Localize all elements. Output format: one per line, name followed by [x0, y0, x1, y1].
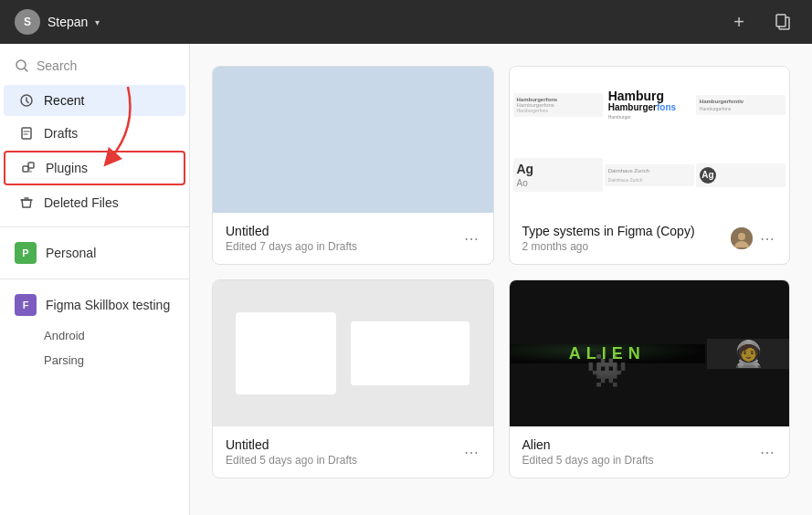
deleted-icon [18, 194, 35, 211]
avatar: S [15, 9, 40, 35]
alien-title: ALIEN [569, 344, 646, 363]
file-name-3: Untitled [226, 437, 460, 452]
search-label: Search [37, 58, 77, 73]
file-info-1: Untitled Edited 7 days ago in Drafts ⋯ [213, 213, 493, 264]
file-card-1[interactable]: San Francisco San Francisco Untitled Edi… [212, 66, 494, 265]
type-panel-2: Hamburg Hamburgerfons Hamburger [605, 86, 694, 123]
file-date-3: Edited 5 days ago in Drafts [226, 454, 460, 467]
chevron-down-icon: ▾ [95, 17, 100, 27]
sidebar-sub-parsing[interactable]: Parsing [0, 348, 189, 373]
blank-rect-1 [236, 312, 336, 394]
file-actions-2: ⋯ [731, 227, 778, 249]
personal-avatar: P [15, 242, 37, 264]
file-info-4: Alien Edited 5 days ago in Drafts ⋯ [510, 426, 790, 478]
sidebar-item-plugins-label: Plugins [46, 161, 88, 175]
file-thumbnail-4: 👾 ALIEN 🧑‍🚀 [510, 280, 790, 426]
type-panel-1: Hamburgerfons Hamburgerfons Hamburgerfon… [513, 93, 603, 117]
sidebar: Search Recent Drafts [0, 44, 190, 515]
svg-rect-5 [28, 163, 34, 168]
file-meta-3: Untitled Edited 5 days ago in Drafts [226, 437, 460, 467]
android-label: Android [44, 329, 85, 342]
content-area: San Francisco San Francisco Untitled Edi… [190, 44, 812, 515]
file-info-3: Untitled Edited 5 days ago in Drafts ⋯ [213, 426, 493, 478]
file-more-button-2[interactable]: ⋯ [756, 227, 778, 249]
alien-side-panel: 🧑‍🚀 [707, 339, 789, 369]
file-info-2: Type systems in Figma (Copy) 2 months ag… [510, 213, 790, 264]
file-thumbnail-2: Hamburgerfons Hamburgerfons Hamburgerfon… [510, 67, 790, 213]
file-name-1: Untitled [226, 224, 460, 238]
file-date-4: Edited 5 days ago in Drafts [522, 454, 757, 467]
type-panel-6: Ag [696, 163, 786, 187]
file-date-2: 2 months ago [522, 240, 732, 253]
svg-rect-4 [23, 166, 28, 172]
file-owner-avatar-2 [731, 227, 753, 249]
sidebar-item-deleted-label: Deleted Files [44, 195, 119, 210]
sidebar-item-plugins[interactable]: Plugins [4, 151, 185, 185]
alien-main-panel: 👾 ALIEN [510, 344, 706, 363]
plugins-icon [20, 160, 37, 176]
sidebar-item-deleted[interactable]: Deleted Files [4, 187, 185, 218]
search-bar[interactable]: Search [0, 51, 189, 80]
file-name-2: Type systems in Figma (Copy) [522, 224, 732, 238]
file-more-button-1[interactable]: ⋯ [460, 227, 482, 249]
file-card-4[interactable]: 👾 ALIEN 🧑‍🚀 Alien Edited 5 days ago in D… [509, 279, 791, 478]
import-button[interactable] [768, 7, 797, 37]
main-layout: Search Recent Drafts [0, 44, 812, 515]
sidebar-item-recent-label: Recent [44, 93, 84, 108]
file-actions-4: ⋯ [756, 441, 778, 463]
drafts-icon [18, 125, 35, 142]
file-card-2[interactable]: Hamburgerfons Hamburgerfons Hamburgerfon… [509, 66, 791, 265]
svg-rect-3 [22, 128, 31, 139]
file-more-button-3[interactable]: ⋯ [460, 441, 482, 463]
file-card-3[interactable]: Untitled Edited 5 days ago in Drafts ⋯ [212, 279, 494, 478]
sidebar-sub-android[interactable]: Android [0, 323, 189, 348]
blank-rect-2 [351, 321, 469, 385]
sidebar-divider-2 [0, 279, 189, 279]
type-panel-5: Daimhaus Zurich Daimhaus Zurich [605, 164, 694, 186]
team-avatar: F [15, 294, 37, 316]
user-menu[interactable]: S Stepan ▾ [15, 9, 100, 35]
astronaut-icon: 🧑‍🚀 [733, 339, 765, 369]
file-name-4: Alien [522, 437, 757, 452]
file-meta-1: Untitled Edited 7 days ago in Drafts [226, 224, 460, 253]
files-grid: San Francisco San Francisco Untitled Edi… [212, 66, 790, 478]
sidebar-item-personal[interactable]: P Personal [0, 235, 189, 271]
file-date-1: Edited 7 days ago in Drafts [226, 240, 460, 253]
file-actions-1: ⋯ [460, 227, 482, 249]
file-thumbnail-1: San Francisco San Francisco [213, 67, 493, 213]
file-thumbnail-3 [213, 280, 493, 426]
recent-icon [18, 92, 35, 109]
file-actions-3: ⋯ [460, 441, 482, 463]
sidebar-divider [0, 226, 189, 227]
team-label: Figma Skillbox testing [46, 298, 170, 312]
sidebar-item-recent[interactable]: Recent [4, 85, 185, 116]
sidebar-item-drafts[interactable]: Drafts [4, 118, 185, 149]
svg-point-7 [738, 233, 745, 240]
personal-label: Personal [46, 246, 96, 260]
new-file-button[interactable]: + [724, 7, 754, 37]
file-more-button-4[interactable]: ⋯ [756, 441, 778, 463]
sidebar-item-drafts-label: Drafts [44, 126, 78, 141]
type-panel-4: Ag Ao [513, 158, 603, 192]
parsing-label: Parsing [44, 353, 84, 367]
search-icon [15, 58, 29, 73]
file-meta-2: Type systems in Figma (Copy) 2 months ag… [522, 224, 732, 253]
svg-rect-0 [776, 15, 786, 26]
topbar: S Stepan ▾ + [0, 0, 812, 44]
type-panel-3: Hamburgerfontiv Hamburgerfons [696, 95, 786, 115]
file-meta-4: Alien Edited 5 days ago in Drafts [522, 437, 757, 467]
user-name: Stepan [47, 15, 88, 29]
sidebar-item-team[interactable]: F Figma Skillbox testing [0, 287, 189, 323]
